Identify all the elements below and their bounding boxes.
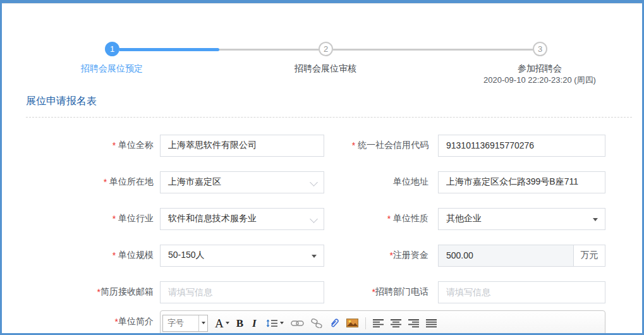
scale-select[interactable]: 50-150人 — [160, 245, 324, 267]
industry-label: * 单位行业 — [2, 213, 160, 224]
stepper-connector-2 — [333, 49, 533, 51]
form-section-title: 展位申请报名表 — [26, 95, 97, 108]
required-mark: * — [387, 214, 393, 224]
step-2-number: 2 — [324, 44, 328, 54]
attachment-button[interactable] — [329, 318, 339, 328]
nature-select[interactable]: 其他企业 — [438, 208, 605, 230]
form-row: * 单位规模 50-150人 *注册资金 万元 — [2, 237, 644, 274]
progress-stepper: 1 2 3 招聘会展位预定 招聘会展位审核 参加招聘会 2020-09-10 2… — [2, 3, 642, 92]
select-arrow-icon — [312, 255, 317, 258]
company-name-label: * 单位全称 — [2, 140, 160, 151]
resume-email-input[interactable] — [160, 281, 324, 303]
align-right-button[interactable] — [408, 319, 419, 327]
image-icon — [346, 319, 358, 327]
required-mark: * — [112, 140, 118, 150]
chevron-down-icon — [310, 215, 318, 223]
font-color-button[interactable]: A — [215, 317, 229, 329]
location-select-value: 上海市嘉定区 — [168, 176, 221, 188]
intro-label: *单位简介 — [2, 310, 160, 332]
step-3-indicator: 3 — [533, 42, 547, 56]
align-right-icon — [408, 319, 419, 327]
step-2-label: 招聘会展位审核 — [243, 63, 408, 75]
nature-label: * 单位性质 — [324, 213, 438, 224]
step-3-label: 参加招聘会 — [458, 63, 622, 75]
stepper-connector-1 — [119, 49, 319, 51]
recruit-phone-label: *招聘部门电话 — [324, 286, 438, 298]
nature-select-value: 其他企业 — [446, 213, 482, 224]
select-arrow-icon — [593, 218, 598, 221]
scale-select-value: 50-150人 — [168, 250, 205, 261]
link-icon — [291, 319, 304, 327]
align-center-icon — [391, 319, 401, 327]
booth-application-form: * 单位全称 * 统一社会信用代码 * 单位所在地 上海市嘉定区 单位地址 * … — [2, 127, 644, 335]
step-3-datetime: 2020-09-10 22:20-23:20 (周四) — [458, 75, 622, 86]
section-divider — [26, 117, 632, 118]
capital-input[interactable] — [439, 245, 573, 266]
remove-link-button[interactable] — [311, 319, 322, 328]
capital-unit-suffix: 万元 — [573, 245, 605, 266]
step-2-indicator: 2 — [319, 42, 333, 56]
company-name-input[interactable] — [160, 135, 324, 157]
credit-code-label: * 统一社会信用代码 — [324, 140, 438, 151]
align-justify-button[interactable] — [426, 319, 437, 327]
required-mark: * — [352, 140, 358, 150]
bold-button[interactable]: B — [236, 318, 243, 329]
toolbar-separator — [365, 317, 366, 329]
font-size-select-value: 字号 — [163, 317, 198, 329]
required-mark: * — [112, 214, 118, 224]
chevron-down-icon — [310, 178, 318, 186]
chevron-down-icon — [280, 322, 284, 324]
industry-select-value: 软件和信息技术服务业 — [168, 213, 257, 224]
chevron-down-icon — [226, 322, 229, 324]
recruit-phone-input[interactable] — [438, 281, 605, 303]
required-mark: * — [104, 177, 109, 187]
align-justify-icon — [426, 319, 437, 327]
unlink-icon — [311, 319, 322, 328]
capital-field: 万元 — [438, 245, 605, 267]
align-center-button[interactable] — [391, 319, 401, 327]
resume-email-label: *简历接收邮箱 — [2, 286, 160, 298]
credit-code-input[interactable] — [438, 135, 605, 157]
step-1-number: 1 — [110, 44, 114, 54]
booth-application-page: 1 2 3 招聘会展位预定 招聘会展位审核 参加招聘会 2020-09-10 2… — [0, 0, 644, 335]
required-mark: * — [112, 250, 118, 260]
address-label: 单位地址 — [324, 176, 438, 188]
insert-image-button[interactable] — [346, 319, 358, 327]
form-row: * 单位所在地 上海市嘉定区 单位地址 — [2, 164, 644, 200]
step-1-indicator: 1 — [105, 42, 119, 56]
editor-toolbar: 字号 A B I — [161, 311, 605, 332]
capital-label: *注册资金 — [324, 250, 438, 261]
italic-button[interactable]: I — [250, 318, 258, 329]
form-row: * 单位行业 软件和信息技术服务业 * 单位性质 其他企业 — [2, 200, 644, 237]
form-row: *简历接收邮箱 *招聘部门电话 — [2, 274, 644, 310]
location-label: * 单位所在地 — [2, 176, 160, 188]
company-intro-editor[interactable]: 字号 A B I — [160, 310, 605, 335]
step-3-number: 3 — [538, 44, 542, 54]
insert-link-button[interactable] — [291, 319, 304, 327]
align-left-icon — [373, 319, 384, 327]
chevron-down-icon — [202, 322, 205, 324]
scale-label: * 单位规模 — [2, 250, 160, 261]
align-left-button[interactable] — [373, 319, 384, 327]
form-row: * 单位全称 * 统一社会信用代码 — [2, 127, 644, 164]
location-select[interactable]: 上海市嘉定区 — [160, 171, 324, 193]
step-1-label: 招聘会展位预定 — [30, 63, 194, 75]
line-height-button[interactable] — [265, 319, 284, 328]
paperclip-icon — [329, 318, 339, 328]
font-size-select[interactable]: 字号 — [162, 315, 208, 332]
industry-select[interactable]: 软件和信息技术服务业 — [160, 208, 324, 230]
stepper-progress-bar — [119, 48, 219, 51]
address-input[interactable] — [438, 171, 605, 193]
line-height-icon — [265, 319, 278, 328]
form-row: *单位简介 字号 A B I — [2, 310, 644, 335]
